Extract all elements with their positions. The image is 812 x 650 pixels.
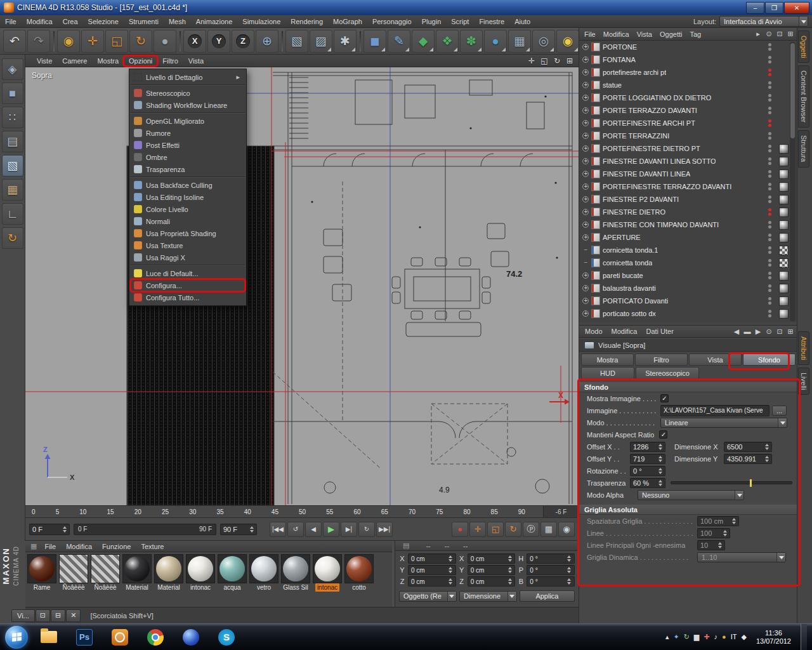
toolbar-button[interactable]: ● (484, 30, 507, 53)
object-row[interactable]: FINESTRE P2 DAVANTI (579, 193, 797, 206)
toolbar-button[interactable]: ◼ (363, 30, 386, 53)
spinner-icon[interactable] (566, 578, 572, 585)
toolbar-button[interactable]: Z (232, 30, 254, 53)
menubar-item[interactable]: Aiuto (509, 15, 535, 28)
rotazione-field[interactable]: 0 ° (630, 466, 665, 476)
visibility-dots[interactable] (768, 310, 771, 317)
object-row[interactable]: statue (579, 79, 797, 91)
options-menu-item[interactable]: Luce di Default... (131, 267, 245, 279)
object-material-thumb[interactable] (779, 233, 789, 242)
rot-h-field[interactable]: 0 ° (527, 554, 575, 564)
pos-y-field[interactable]: 0 cm (408, 565, 456, 575)
visibility-dots[interactable] (768, 94, 771, 102)
material-preview[interactable] (218, 554, 247, 583)
record-button[interactable]: ✛ (469, 522, 486, 537)
visibility-dots[interactable] (768, 234, 771, 241)
material-preview[interactable] (59, 554, 88, 583)
spinner-icon[interactable] (447, 578, 453, 585)
close-icon[interactable]: ✕ (66, 609, 81, 622)
material-menu-item[interactable]: Texture (136, 541, 169, 552)
object-manager-menu-item[interactable]: Vista (633, 28, 656, 41)
tray-icon[interactable]: ♪ (714, 633, 718, 641)
material-preview[interactable] (154, 554, 183, 583)
material-name[interactable]: cotto (350, 583, 368, 592)
toolbar-button[interactable]: ↶ (3, 30, 26, 53)
object-manager-header-icon[interactable]: ⊞ (786, 30, 795, 38)
immagine-path-field[interactable]: X:\LAVORI\157_Casa Kivan (Serve (660, 405, 769, 416)
size-y-field[interactable]: 0 cm (468, 565, 516, 575)
expand-icon[interactable] (582, 285, 589, 291)
object-row[interactable]: porticato sotto dx (579, 307, 797, 320)
toolbar-button[interactable]: ✎ (388, 30, 410, 53)
maximize-button[interactable]: ❐ (765, 2, 783, 14)
options-menu-item[interactable]: Stereoscopico (131, 87, 245, 99)
object-material-thumb[interactable] (779, 271, 789, 281)
material-preview[interactable] (249, 554, 278, 583)
object-name[interactable]: cornicetta tonda (603, 259, 652, 267)
object-row[interactable]: FINESTRE DAVANTI LINEA (579, 168, 797, 180)
visibility-dots[interactable] (768, 170, 771, 178)
menubar-item[interactable]: Rendering (285, 15, 328, 28)
expand-icon[interactable] (582, 120, 589, 126)
spinner-icon[interactable] (506, 578, 512, 585)
tray-icon[interactable]: ◆ (741, 633, 746, 641)
object-row[interactable]: PORTEFINESTRE ARCHI PT (579, 117, 797, 129)
object-material-thumb[interactable] (779, 157, 789, 166)
pos-z-field[interactable]: 0 cm (408, 576, 456, 587)
spaziatura-field[interactable]: 100 cm (697, 516, 739, 526)
expand-icon[interactable] (582, 298, 589, 304)
toolbar-button[interactable]: ↻ (129, 30, 152, 53)
record-button[interactable]: ◱ (487, 522, 504, 537)
toolbar-button[interactable]: ⊕ (256, 30, 278, 53)
material-preview[interactable] (186, 554, 215, 583)
object-row[interactable]: FONTANA (579, 53, 797, 66)
expand-icon[interactable] (582, 222, 589, 228)
viewport-nav-icon[interactable]: ✛ (527, 56, 537, 65)
apply-button[interactable]: Applica (520, 590, 575, 602)
expand-icon[interactable] (582, 260, 589, 266)
material-name[interactable]: intonac (188, 583, 213, 592)
viewport-menu-item[interactable]: Filtro (157, 56, 183, 66)
material-tile[interactable]: acqua (217, 554, 247, 592)
visibility-dots[interactable] (768, 196, 771, 203)
material-name[interactable]: Material (155, 583, 182, 592)
object-row[interactable]: PORTE LOGGIATINO DX DIETRO (579, 91, 797, 104)
pos-x-field[interactable]: 0 cm (408, 554, 456, 564)
spinner-icon[interactable] (447, 567, 453, 573)
playback-button[interactable]: ↺ (287, 522, 304, 537)
options-menu-item[interactable]: Colore Livello (131, 203, 245, 215)
tray-icon[interactable]: ▆ (694, 633, 699, 641)
minimize-icon[interactable]: ⊟ (51, 609, 65, 622)
taskbar-media-app[interactable] (176, 625, 206, 649)
material-name[interactable]: Rame (32, 583, 53, 592)
size-x-field[interactable]: 0 cm (468, 554, 516, 564)
options-menu-item[interactable]: Ombre (131, 151, 245, 163)
material-tile[interactable]: Material (154, 554, 184, 592)
spinner-icon[interactable] (657, 444, 662, 450)
material-preview[interactable] (91, 554, 120, 583)
object-name[interactable]: FINESTRE DAVANTI LINEA (603, 170, 690, 178)
tray-icon[interactable]: ● (722, 633, 726, 641)
viewport-menu-item[interactable]: Mostra (92, 56, 124, 66)
object-material-thumb[interactable] (779, 182, 789, 192)
options-menu-item[interactable]: Usa Raggi X (131, 251, 245, 265)
menubar-item[interactable]: File (0, 15, 22, 28)
object-material-thumb[interactable] (779, 208, 789, 217)
visibility-dots[interactable] (768, 157, 771, 165)
object-manager-menu-item[interactable]: Tag (686, 28, 705, 41)
expand-icon[interactable] (582, 196, 589, 202)
offset-x-field[interactable]: 1286 (630, 442, 665, 452)
object-material-thumb[interactable] (779, 296, 789, 306)
modo-dropdown[interactable]: Lineare (660, 418, 787, 428)
spinner-icon[interactable] (721, 530, 727, 536)
material-tile[interactable]: Rame (27, 554, 57, 592)
playback-button[interactable]: ▶| (341, 522, 357, 537)
object-name[interactable]: PORTONE (603, 43, 637, 51)
record-button[interactable]: ● (452, 522, 468, 537)
object-name[interactable]: porticato sotto dx (603, 310, 656, 317)
side-tab[interactable]: Attributi (798, 331, 809, 365)
object-material-thumb[interactable] (779, 246, 789, 255)
expand-icon[interactable] (582, 209, 589, 215)
visibility-dots[interactable] (768, 145, 771, 152)
object-manager-menu-item[interactable]: File (580, 28, 599, 41)
